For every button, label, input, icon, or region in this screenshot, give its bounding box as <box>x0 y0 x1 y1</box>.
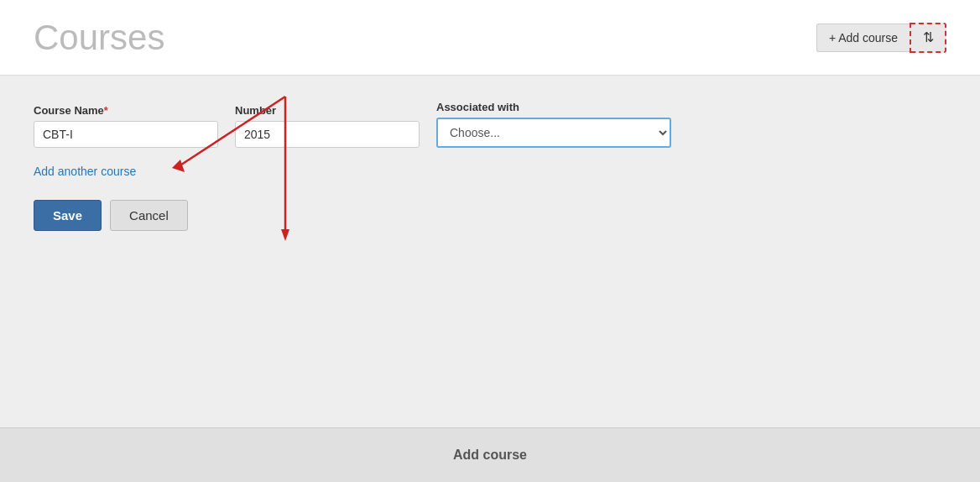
number-group: Number <box>235 104 420 148</box>
add-another-course-link[interactable]: Add another course <box>34 165 946 178</box>
number-label: Number <box>235 104 420 117</box>
required-star: * <box>104 104 108 117</box>
form-row: Course Name* Number Associated with Choo… <box>34 101 946 148</box>
save-button[interactable]: Save <box>34 200 102 231</box>
course-name-group: Course Name* <box>34 104 218 148</box>
course-name-label: Course Name* <box>34 104 218 117</box>
header-bar: Courses + Add course ⇅ <box>0 0 980 76</box>
form-section: Course Name* Number Associated with Choo… <box>34 101 946 231</box>
associated-with-group: Associated with Choose... <box>436 101 671 148</box>
page-container: Courses + Add course ⇅ Course Name* Numb… <box>0 0 980 482</box>
sort-button[interactable]: ⇅ <box>910 23 946 53</box>
add-course-footer-label[interactable]: Add course <box>453 448 527 463</box>
number-input[interactable] <box>235 121 420 148</box>
cancel-button[interactable]: Cancel <box>110 200 188 231</box>
footer-bar: Add course <box>0 427 980 482</box>
main-content: Course Name* Number Associated with Choo… <box>0 76 980 427</box>
associated-with-label: Associated with <box>436 101 671 113</box>
course-name-input[interactable] <box>34 121 218 148</box>
svg-marker-3 <box>281 229 289 241</box>
page-title: Courses <box>34 18 164 58</box>
annotation-area <box>34 231 946 411</box>
add-course-button[interactable]: + Add course <box>816 24 910 52</box>
header-actions: + Add course ⇅ <box>816 23 946 53</box>
button-row: Save Cancel <box>34 200 946 231</box>
associated-with-select[interactable]: Choose... <box>436 118 671 148</box>
